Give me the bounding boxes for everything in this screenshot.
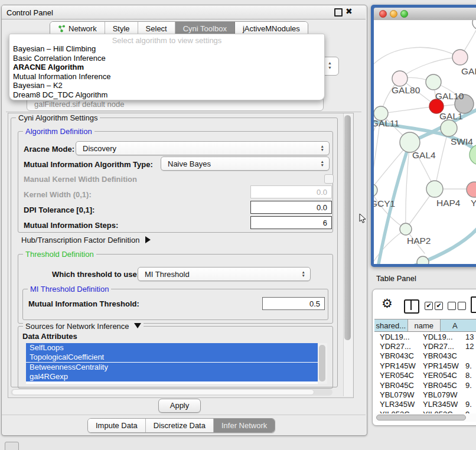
zoom-traffic-light-icon[interactable] bbox=[400, 10, 408, 18]
table-row[interactable]: YBL079WYBL079W bbox=[374, 390, 476, 399]
table-row[interactable]: YPR145WYPR145W9. bbox=[374, 361, 476, 370]
network-node-hap2[interactable] bbox=[400, 223, 412, 235]
network-node-swi4[interactable] bbox=[441, 120, 457, 136]
mi-threshold-label: Mutual Information Threshold: bbox=[28, 299, 139, 308]
network-edge[interactable] bbox=[374, 47, 460, 64]
algorithm-option[interactable]: Bayesian – K2 bbox=[13, 81, 63, 90]
tab-discretize-data[interactable]: Discretize Data bbox=[146, 419, 214, 432]
collapse-down-icon bbox=[134, 323, 141, 328]
table-row[interactable]: YBR045CYBR045C9. bbox=[374, 380, 476, 390]
table-row[interactable]: YER054CYER054C8. bbox=[374, 371, 476, 380]
table-row[interactable]: YLR345WYLR345W9. bbox=[374, 400, 476, 409]
unchecked-checkbox-icon[interactable] bbox=[448, 302, 456, 310]
which-threshold-label: Which threshold to use: bbox=[52, 270, 139, 279]
divider bbox=[2, 415, 366, 415]
table-row[interactable]: YBR043CYBR043C bbox=[374, 351, 476, 361]
network-node-gal80[interactable] bbox=[392, 71, 407, 86]
minimize-traffic-light-icon[interactable] bbox=[390, 10, 397, 18]
document-icon[interactable] bbox=[471, 296, 476, 313]
network-node[interactable] bbox=[472, 20, 476, 30]
expand-right-icon bbox=[145, 236, 151, 243]
checked-checkbox-icon[interactable]: ✔ bbox=[425, 302, 433, 310]
algorithm-option[interactable]: Basic Correlation Inference bbox=[13, 54, 106, 63]
algorithm-option[interactable]: Bayesian – Hill Climbing bbox=[13, 44, 96, 53]
network-node[interactable] bbox=[417, 256, 429, 264]
tab-infer-network[interactable]: Infer Network bbox=[214, 419, 275, 432]
list-scrollbar-thumb[interactable] bbox=[319, 345, 325, 381]
table-header: shared... name A bbox=[374, 319, 476, 332]
network-node-gal10[interactable] bbox=[426, 74, 441, 90]
network-edge[interactable] bbox=[381, 106, 436, 113]
network-node-y[interactable] bbox=[467, 182, 476, 197]
kernel-width-field[interactable]: 0.0 bbox=[250, 185, 332, 198]
float-window-icon[interactable] bbox=[334, 8, 343, 17]
horizontal-scrollbar-thumb[interactable] bbox=[12, 389, 314, 395]
list-item[interactable]: SelfLoops bbox=[26, 343, 318, 353]
column-header-name[interactable]: name bbox=[408, 319, 441, 331]
apply-button[interactable]: Apply bbox=[158, 399, 201, 413]
mi-steps-field[interactable]: 6 bbox=[250, 216, 332, 229]
manual-kernel-checkbox[interactable] bbox=[324, 174, 334, 184]
checked-checkbox-icon[interactable]: ✔ bbox=[435, 302, 443, 310]
manual-kernel-label: Manual Kernel Width Definition bbox=[24, 175, 137, 184]
list-item[interactable]: gal4RGexp bbox=[26, 372, 318, 381]
bottom-tabbar: Impute Data Discretize Data Infer Networ… bbox=[87, 418, 275, 433]
network-node-label: GAL4 bbox=[412, 150, 436, 160]
data-attributes-label: Data Attributes bbox=[22, 332, 77, 341]
table-body: YDL19...YDL19...13 YDR27...YDR27...12 YB… bbox=[374, 332, 476, 419]
mi-type-combobox[interactable]: Naive Bayes ▲▼ bbox=[161, 156, 330, 171]
gear-icon[interactable]: ⚙ bbox=[382, 296, 393, 311]
split-columns-icon[interactable] bbox=[404, 299, 419, 314]
network-node-gal[interactable] bbox=[452, 50, 468, 65]
table-horizontal-scrollbar-thumb[interactable] bbox=[376, 415, 466, 420]
close-icon[interactable]: ✖ bbox=[345, 6, 353, 16]
sources-title[interactable]: Sources for Network Inference bbox=[23, 322, 144, 331]
dpi-tolerance-field[interactable]: 0.0 bbox=[250, 201, 332, 214]
network-node-label: GCY1 bbox=[374, 198, 395, 208]
threshold-definition-title: Threshold Definition bbox=[23, 250, 96, 259]
which-threshold-combobox[interactable]: MI Threshold ▲▼ bbox=[138, 267, 311, 281]
table-panel-title: Table Panel bbox=[376, 274, 416, 283]
column-header-shared-name[interactable]: shared... bbox=[374, 319, 408, 331]
close-traffic-light-icon[interactable] bbox=[379, 10, 387, 18]
column-header-partial[interactable]: A bbox=[441, 319, 476, 331]
algorithm-definition-title: Algorithm Definition bbox=[23, 127, 94, 136]
network-canvas-svg[interactable]: GALGAL80GAL10GAL1GAL11SWI4GAL4GCY1HAP4YH… bbox=[374, 20, 476, 264]
network-node-gcy1[interactable] bbox=[374, 184, 377, 197]
vertical-scrollbar-thumb[interactable] bbox=[344, 115, 351, 340]
table-row[interactable]: YDL19...YDL19...13 bbox=[374, 332, 476, 341]
network-node-label: GAL1 bbox=[439, 111, 463, 121]
network-canvas[interactable]: GALGAL80GAL10GAL1GAL11SWI4GAL4GCY1HAP4YH… bbox=[374, 20, 476, 264]
table-row[interactable]: YDR27...YDR27...12 bbox=[374, 341, 476, 351]
unchecked-checkbox-icon[interactable] bbox=[458, 302, 466, 310]
hub-definition-expander[interactable]: Hub/Transcription Factor Definition bbox=[21, 236, 151, 244]
network-node-label: SWI4 bbox=[451, 136, 473, 146]
algorithm-option[interactable]: Mutual Information Inference bbox=[13, 72, 110, 81]
network-node-gal4[interactable] bbox=[400, 132, 420, 152]
network-node-hap4[interactable] bbox=[426, 181, 443, 197]
control-panel-title: Control Panel bbox=[6, 8, 53, 17]
mouse-cursor bbox=[359, 214, 367, 224]
group-title: Cyni Algorithm Settings bbox=[16, 113, 100, 122]
aracne-mode-combobox[interactable]: Discovery ▲▼ bbox=[76, 141, 330, 155]
mi-threshold-field[interactable]: 0.5 bbox=[262, 297, 325, 310]
network-node-label: GAL bbox=[461, 66, 476, 76]
list-item[interactable]: TopologicalCoefficient bbox=[26, 353, 318, 362]
dpi-tolerance-label: DPI Tolerance [0,1]: bbox=[24, 206, 94, 214]
tab-impute-data[interactable]: Impute Data bbox=[88, 419, 146, 432]
algorithm-option[interactable]: Dream8 DC_TDC Algorithm bbox=[13, 90, 107, 99]
mi-steps-label: Mutual Information Steps: bbox=[24, 221, 118, 230]
mi-type-label: Mutual Information Algorithm Type: bbox=[24, 160, 153, 169]
kernel-width-label: Kernel Width (0,1): bbox=[24, 190, 92, 199]
algorithm-option-selected[interactable]: ARACNE Algorithm bbox=[13, 63, 84, 71]
control-panel-titlebar[interactable] bbox=[2, 5, 366, 19]
network-node-label: GAL10 bbox=[435, 91, 464, 101]
network-node-label: GAL80 bbox=[392, 85, 420, 95]
aracne-mode-label: Aracne Mode: bbox=[24, 145, 74, 154]
docked-panel-icon[interactable] bbox=[5, 442, 19, 450]
network-window-titlebar[interactable] bbox=[374, 8, 476, 21]
inference-algorithm-combobox-fragment[interactable]: ▲▼ bbox=[324, 57, 339, 76]
stepper-arrows-icon: ▲▼ bbox=[328, 61, 332, 70]
list-item[interactable]: BetweennessCentrality bbox=[26, 363, 318, 372]
data-attributes-list: SelfLoops TopologicalCoefficient Between… bbox=[26, 343, 327, 384]
